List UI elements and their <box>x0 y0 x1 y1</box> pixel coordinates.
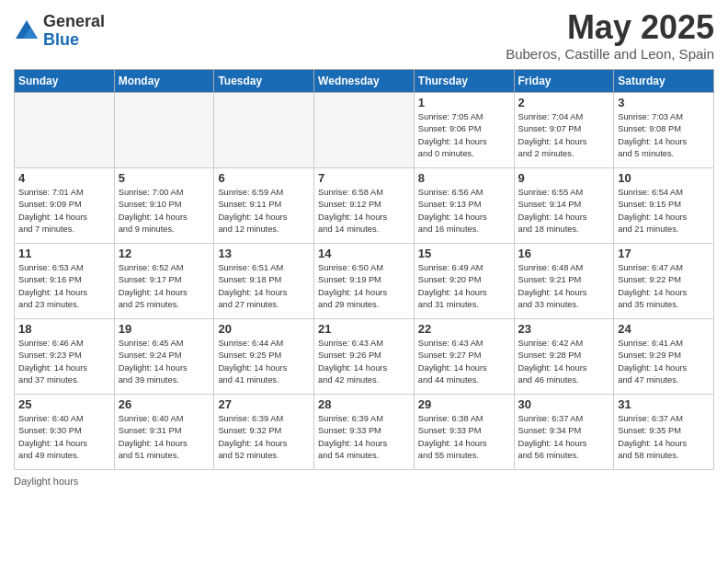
day-info: Sunrise: 6:42 AMSunset: 9:28 PMDaylight:… <box>518 338 610 387</box>
header-row: SundayMondayTuesdayWednesdayThursdayFrid… <box>15 69 714 92</box>
day-cell: 4Sunrise: 7:01 AMSunset: 9:09 PMDaylight… <box>15 167 115 243</box>
logo: General Blue <box>14 13 105 50</box>
day-cell <box>214 92 314 167</box>
day-cell: 21Sunrise: 6:43 AMSunset: 9:26 PMDayligh… <box>314 318 415 394</box>
day-cell: 12Sunrise: 6:52 AMSunset: 9:17 PMDayligh… <box>114 243 214 318</box>
day-number: 9 <box>518 171 610 185</box>
day-number: 27 <box>218 397 310 411</box>
footer-text: Daylight hours <box>14 476 78 487</box>
day-number: 8 <box>418 171 510 185</box>
day-cell <box>314 92 415 167</box>
day-cell: 28Sunrise: 6:39 AMSunset: 9:33 PMDayligh… <box>314 394 415 469</box>
day-info: Sunrise: 6:39 AMSunset: 9:32 PMDaylight:… <box>218 413 310 463</box>
day-number: 10 <box>618 171 710 185</box>
day-cell: 30Sunrise: 6:37 AMSunset: 9:34 PMDayligh… <box>514 394 614 469</box>
day-cell: 2Sunrise: 7:04 AMSunset: 9:07 PMDaylight… <box>514 92 614 167</box>
day-cell: 27Sunrise: 6:39 AMSunset: 9:32 PMDayligh… <box>214 394 314 469</box>
day-info: Sunrise: 6:45 AMSunset: 9:24 PMDaylight:… <box>119 338 210 387</box>
day-cell: 24Sunrise: 6:41 AMSunset: 9:29 PMDayligh… <box>614 318 714 394</box>
day-number: 12 <box>119 247 210 260</box>
day-info: Sunrise: 6:37 AMSunset: 9:34 PMDaylight:… <box>518 413 610 463</box>
day-cell: 3Sunrise: 7:03 AMSunset: 9:08 PMDaylight… <box>614 92 714 167</box>
day-number: 16 <box>518 247 610 260</box>
day-number: 1 <box>418 96 510 109</box>
day-cell: 15Sunrise: 6:49 AMSunset: 9:20 PMDayligh… <box>414 243 514 318</box>
day-info: Sunrise: 6:40 AMSunset: 9:31 PMDaylight:… <box>119 413 210 463</box>
day-number: 29 <box>418 397 510 411</box>
day-cell: 11Sunrise: 6:53 AMSunset: 9:16 PMDayligh… <box>15 243 115 318</box>
day-cell: 8Sunrise: 6:56 AMSunset: 9:13 PMDaylight… <box>414 167 514 243</box>
day-number: 25 <box>18 397 110 411</box>
day-info: Sunrise: 6:50 AMSunset: 9:19 PMDaylight:… <box>318 262 410 312</box>
day-number: 23 <box>518 322 610 336</box>
col-header-saturday: Saturday <box>614 69 714 92</box>
day-info: Sunrise: 6:48 AMSunset: 9:21 PMDaylight:… <box>518 262 610 312</box>
day-number: 3 <box>618 96 710 109</box>
day-cell: 16Sunrise: 6:48 AMSunset: 9:21 PMDayligh… <box>514 243 614 318</box>
day-cell: 22Sunrise: 6:43 AMSunset: 9:27 PMDayligh… <box>414 318 514 394</box>
day-cell: 25Sunrise: 6:40 AMSunset: 9:30 PMDayligh… <box>15 394 115 469</box>
day-cell: 5Sunrise: 7:00 AMSunset: 9:10 PMDaylight… <box>114 167 214 243</box>
day-info: Sunrise: 6:59 AMSunset: 9:11 PMDaylight:… <box>218 187 310 236</box>
week-row-1: 1Sunrise: 7:05 AMSunset: 9:06 PMDaylight… <box>15 92 714 167</box>
day-number: 17 <box>618 247 710 260</box>
week-row-3: 11Sunrise: 6:53 AMSunset: 9:16 PMDayligh… <box>15 243 714 318</box>
day-number: 13 <box>218 247 310 260</box>
day-number: 2 <box>518 96 610 109</box>
title-block: May 2025 Buberos, Castille and Leon, Spa… <box>506 9 714 62</box>
day-info: Sunrise: 6:51 AMSunset: 9:18 PMDaylight:… <box>218 262 310 312</box>
day-cell: 29Sunrise: 6:38 AMSunset: 9:33 PMDayligh… <box>414 394 514 469</box>
day-cell: 9Sunrise: 6:55 AMSunset: 9:14 PMDaylight… <box>514 167 614 243</box>
logo-text: General Blue <box>43 13 105 50</box>
header: General Blue May 2025 Buberos, Castille … <box>14 9 714 62</box>
day-number: 11 <box>18 247 110 260</box>
day-info: Sunrise: 6:47 AMSunset: 9:22 PMDaylight:… <box>618 262 710 312</box>
week-row-5: 25Sunrise: 6:40 AMSunset: 9:30 PMDayligh… <box>15 394 714 469</box>
day-number: 14 <box>318 247 410 260</box>
day-cell: 18Sunrise: 6:46 AMSunset: 9:23 PMDayligh… <box>15 318 115 394</box>
calendar-table: SundayMondayTuesdayWednesdayThursdayFrid… <box>14 69 714 470</box>
day-info: Sunrise: 6:44 AMSunset: 9:25 PMDaylight:… <box>218 338 310 387</box>
day-cell: 13Sunrise: 6:51 AMSunset: 9:18 PMDayligh… <box>214 243 314 318</box>
day-info: Sunrise: 6:39 AMSunset: 9:33 PMDaylight:… <box>318 413 410 463</box>
day-info: Sunrise: 6:43 AMSunset: 9:26 PMDaylight:… <box>318 338 410 387</box>
day-cell: 26Sunrise: 6:40 AMSunset: 9:31 PMDayligh… <box>114 394 214 469</box>
day-number: 31 <box>618 397 710 411</box>
day-info: Sunrise: 7:01 AMSunset: 9:09 PMDaylight:… <box>18 187 110 236</box>
day-cell: 7Sunrise: 6:58 AMSunset: 9:12 PMDaylight… <box>314 167 415 243</box>
day-info: Sunrise: 6:49 AMSunset: 9:20 PMDaylight:… <box>418 262 510 312</box>
day-number: 4 <box>18 171 110 185</box>
day-info: Sunrise: 6:54 AMSunset: 9:15 PMDaylight:… <box>618 187 710 236</box>
day-info: Sunrise: 7:00 AMSunset: 9:10 PMDaylight:… <box>119 187 210 236</box>
day-cell: 19Sunrise: 6:45 AMSunset: 9:24 PMDayligh… <box>114 318 214 394</box>
day-cell: 6Sunrise: 6:59 AMSunset: 9:11 PMDaylight… <box>214 167 314 243</box>
day-number: 24 <box>618 322 710 336</box>
col-header-tuesday: Tuesday <box>214 69 314 92</box>
day-info: Sunrise: 7:03 AMSunset: 9:08 PMDaylight:… <box>618 111 710 161</box>
day-info: Sunrise: 7:04 AMSunset: 9:07 PMDaylight:… <box>518 111 610 161</box>
day-number: 22 <box>418 322 510 336</box>
day-info: Sunrise: 6:55 AMSunset: 9:14 PMDaylight:… <box>518 187 610 236</box>
logo-general-text: General <box>43 13 105 31</box>
month-title: May 2025 <box>506 9 714 46</box>
col-header-wednesday: Wednesday <box>314 69 415 92</box>
day-number: 18 <box>18 322 110 336</box>
page: General Blue May 2025 Buberos, Castille … <box>0 0 728 500</box>
footer: Daylight hours <box>14 476 714 487</box>
day-number: 20 <box>218 322 310 336</box>
day-info: Sunrise: 6:43 AMSunset: 9:27 PMDaylight:… <box>418 338 510 387</box>
day-cell: 20Sunrise: 6:44 AMSunset: 9:25 PMDayligh… <box>214 318 314 394</box>
col-header-friday: Friday <box>514 69 614 92</box>
day-info: Sunrise: 6:38 AMSunset: 9:33 PMDaylight:… <box>418 413 510 463</box>
day-info: Sunrise: 6:52 AMSunset: 9:17 PMDaylight:… <box>119 262 210 312</box>
day-cell: 23Sunrise: 6:42 AMSunset: 9:28 PMDayligh… <box>514 318 614 394</box>
day-cell <box>15 92 115 167</box>
col-header-monday: Monday <box>114 69 214 92</box>
day-info: Sunrise: 6:41 AMSunset: 9:29 PMDaylight:… <box>618 338 710 387</box>
day-info: Sunrise: 6:53 AMSunset: 9:16 PMDaylight:… <box>18 262 110 312</box>
day-cell: 1Sunrise: 7:05 AMSunset: 9:06 PMDaylight… <box>414 92 514 167</box>
day-cell: 17Sunrise: 6:47 AMSunset: 9:22 PMDayligh… <box>614 243 714 318</box>
week-row-2: 4Sunrise: 7:01 AMSunset: 9:09 PMDaylight… <box>15 167 714 243</box>
day-number: 28 <box>318 397 410 411</box>
day-info: Sunrise: 6:58 AMSunset: 9:12 PMDaylight:… <box>318 187 410 236</box>
